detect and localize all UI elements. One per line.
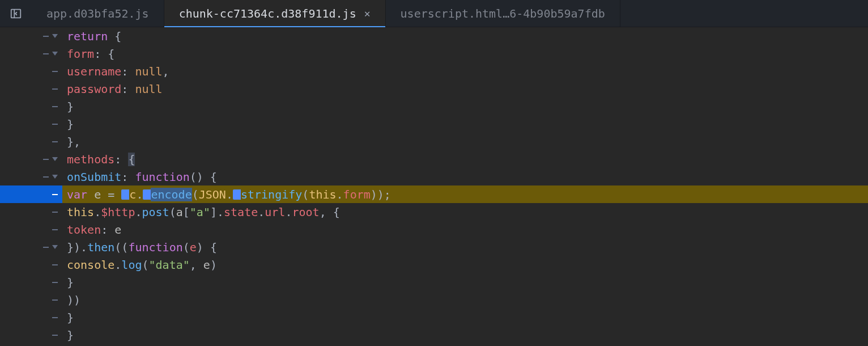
gutter <box>0 27 62 346</box>
fold-marker[interactable] <box>0 309 62 326</box>
object-badge-icon[interactable] <box>121 189 129 200</box>
fold-marker[interactable] <box>0 238 62 256</box>
tab-app-js[interactable]: app.d03bfa52.js <box>32 0 164 27</box>
code-line: onSubmit: function() { <box>62 168 868 185</box>
code-line: form: { <box>62 45 868 62</box>
fold-marker[interactable] <box>0 273 62 291</box>
code-line: this.$http.post(a["a"].state.url.root, { <box>62 203 868 221</box>
fold-marker[interactable] <box>0 256 62 273</box>
code-line: console.log("data", e) <box>62 256 868 273</box>
breakpoint-current[interactable] <box>0 185 62 203</box>
tab-chunk-js[interactable]: chunk-cc71364c.d38f911d.js ✕ <box>164 0 386 27</box>
fold-marker[interactable] <box>0 62 62 80</box>
code-line: } <box>62 115 868 133</box>
fold-marker[interactable] <box>0 221 62 238</box>
code-line: methods: { <box>62 150 868 168</box>
close-icon[interactable]: ✕ <box>364 7 371 19</box>
code-line: password: null <box>62 80 868 98</box>
tab-userscript[interactable]: userscript.html…6-4b90b59a7fdb <box>386 0 620 27</box>
code-line: )) <box>62 291 868 309</box>
code-line: } <box>62 326 868 344</box>
fold-marker[interactable] <box>0 203 62 221</box>
fold-marker[interactable] <box>0 168 62 185</box>
code-line-paused: var e = c.encode(JSON.stringify(this.for… <box>62 185 868 203</box>
fold-marker[interactable] <box>0 80 62 98</box>
fold-marker[interactable] <box>0 98 62 115</box>
fold-marker[interactable] <box>0 45 62 62</box>
fold-marker[interactable] <box>0 291 62 309</box>
code-line: token: e <box>62 221 868 238</box>
code-line: }).then((function(e) { <box>62 238 868 256</box>
code-line: } <box>62 309 868 326</box>
fold-marker[interactable] <box>0 27 62 45</box>
object-badge-icon[interactable] <box>233 189 241 200</box>
tab-label: app.d03bfa52.js <box>46 7 149 20</box>
fold-marker[interactable] <box>0 150 62 168</box>
panel-toggle-icon[interactable] <box>0 0 32 27</box>
fold-marker[interactable] <box>0 133 62 150</box>
code-line: }, <box>62 133 868 150</box>
tab-label: userscript.html…6-4b90b59a7fdb <box>401 7 605 20</box>
code-area[interactable]: return { form: { username: null, passwor… <box>62 27 868 346</box>
code-line: } <box>62 273 868 291</box>
object-badge-icon[interactable] <box>143 189 151 200</box>
tab-label: chunk-cc71364c.d38f911d.js <box>179 7 356 20</box>
fold-marker[interactable] <box>0 115 62 133</box>
code-editor[interactable]: return { form: { username: null, passwor… <box>0 27 868 346</box>
code-line: return { <box>62 27 868 45</box>
code-line: username: null, <box>62 62 868 80</box>
code-line: } <box>62 98 868 115</box>
fold-marker[interactable] <box>0 326 62 344</box>
